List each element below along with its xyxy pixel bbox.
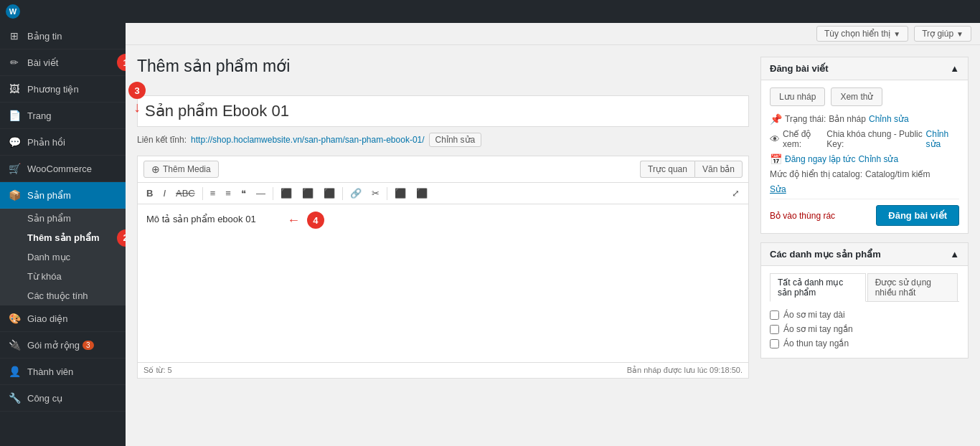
table-btn[interactable]: ⬛ [412,186,432,201]
italic-btn[interactable]: I [159,186,170,201]
link-btn[interactable]: 🔗 [346,186,366,201]
visibility-edit-link[interactable]: Chỉnh sửa [926,129,959,149]
sidebar-sub-add-product[interactable]: Thêm sản phẩm 2 [0,228,126,247]
annotation-2: 2 [117,229,126,247]
align-left-btn[interactable]: ⬛ [276,186,296,201]
bold-btn[interactable]: B [142,186,157,201]
page-title: Thêm sản phẩm mới [137,57,749,76]
sidebar-item-users[interactable]: 👤 Thành viên [0,359,126,385]
categories-panel: Các danh mục sản phẩm ▲ Tất cả danh mục … [760,242,969,359]
category-checkbox-2[interactable] [770,325,779,334]
autosave-info: Bản nháp được lưu lúc 09:18:50. [627,366,743,375]
sidebar-item-appearance[interactable]: 🎨 Giao diện [0,305,126,332]
visual-btn[interactable]: Trực quan [640,161,694,178]
sidebar-item-products[interactable]: 📦 Sản phẩm [0,182,126,209]
visibility-label: Chế độ xem: [783,129,824,149]
category-label-1: Áo sơ mi tay dài [783,310,845,320]
permalink-row: Liên kết tĩnh: http://shop.hoclamwebsite… [137,133,749,147]
permalink-edit-btn[interactable]: Chỉnh sửa [429,133,482,147]
display-options-btn[interactable]: Tùy chọn hiển thị ▼ [816,26,908,42]
arrow-left-4: ← [287,213,300,228]
strikethrough-btn[interactable]: ABC [171,186,199,201]
catalog-value: Catalog/tìm kiếm [865,169,930,179]
sidebar-sub-tags[interactable]: Từ khóa [0,267,126,286]
collapse-icon[interactable]: ▲ [950,63,959,74]
horizontal-rule-btn[interactable]: — [252,186,270,201]
insert-more-btn[interactable]: ⬛ [390,186,410,201]
sidebar-item-pages[interactable]: 📄 Trang [0,103,126,129]
publish-panel-body: Lưu nháp Xem thử 📌 Trạng thái: Bản nháp … [761,80,968,233]
category-checkbox-3[interactable] [770,339,779,348]
sidebar-sub-categories[interactable]: Danh mục [0,247,126,267]
permalink-url[interactable]: http://shop.hoclamwebsite.vn/san-pham/sa… [191,135,425,145]
visibility-icon: 👁 [770,133,780,145]
publish-panel-title: Đăng bài viết [770,63,829,74]
add-media-btn[interactable]: ⊕ Thêm Media [143,161,219,178]
categories-panel-header: Các danh mục sản phẩm ▲ [761,243,968,266]
status-row: 📌 Trạng thái: Bản nháp Chỉnh sửa [770,113,959,125]
align-right-btn[interactable]: ⬛ [319,186,339,201]
pages-icon: 📄 [7,108,22,123]
categories-panel-body: Tất cả danh mục sản phẩm Được sử dụng nh… [761,266,968,358]
sidebar-sub-menu: Sản phẩm Thêm sản phẩm 2 Danh mục Từ khó… [0,209,126,305]
sidebar-item-dashboard[interactable]: ⊞ Bảng tin [0,23,126,49]
unordered-list-btn[interactable]: ≡ [206,186,220,201]
word-count: Số từ: 5 [143,366,172,375]
sidebar-item-comments[interactable]: 💬 Phản hồi [0,129,126,156]
editor-body[interactable]: Mô tả sản phẩm ebook 01 ← 4 [138,204,748,362]
content-topbar: Tùy chọn hiển thị ▼ Trợ giúp ▼ [126,23,980,45]
editor-view-toggle: Trực quan Văn bản [640,161,743,178]
date-edit-link[interactable]: Chỉnh sửa [858,154,898,164]
category-item: Áo sơ mi tay ngắn [770,322,959,336]
product-name-input[interactable] [137,95,749,127]
sidebar-item-label: Phản hồi [27,137,65,148]
toolbar-sep-4 [387,187,387,200]
text-btn[interactable]: Văn bản [694,161,743,178]
category-label-2: Áo sơ mi tay ngắn [783,324,853,334]
permalink-label: Liên kết tĩnh: [137,135,187,145]
sidebar-item-woocommerce[interactable]: 🛒 WooCommerce [0,156,126,182]
date-label[interactable]: Đăng ngay lập tức [785,154,855,164]
editor-box: ⊕ Thêm Media Trực quan Văn bản B I ABC [137,156,749,379]
sidebar-item-media[interactable]: 🖼 Phương tiện [0,76,126,103]
users-icon: 👤 [7,364,22,379]
help-btn[interactable]: Trợ giúp ▼ [914,26,971,42]
align-center-btn[interactable]: ⬛ [298,186,318,201]
dashboard-icon: ⊞ [7,29,22,43]
sidebar-item-label: Bảng tin [27,31,62,42]
sidebar-item-label: Phương tiện [27,84,79,95]
category-item: Áo thun tay ngắn [770,336,959,351]
appearance-icon: 🎨 [7,311,22,326]
ordered-list-btn[interactable]: ≡ [221,186,235,201]
annotation-4: 4 [307,212,324,229]
save-draft-btn[interactable]: Lưu nháp [770,87,825,106]
sidebar-item-plugins[interactable]: 🔌 Gói mở rộng 3 [0,332,126,359]
sidebar-item-label: Trang [27,110,51,121]
catalog-label: Mức độ hiển thị catalog: [770,169,862,179]
annotation-1: 1 [117,54,126,71]
sidebar-item-tools[interactable]: 🔧 Công cụ [0,385,126,412]
publish-btn[interactable]: Đăng bài viết [876,205,959,226]
fullscreen-btn[interactable]: ⤢ [727,186,744,201]
category-checkbox-1[interactable] [770,310,779,320]
posts-icon: ✏ [7,55,22,70]
catalog-edit-link[interactable]: Sửa [770,184,786,194]
sidebar-sub-attributes[interactable]: Các thuộc tính [0,286,126,305]
publish-footer: Bỏ vào thùng rác Đăng bài viết [770,199,959,226]
category-item: Áo sơ mi tay dài [770,308,959,322]
sidebar-sub-all-products[interactable]: Sản phẩm [0,209,126,228]
editor-content: Mô tả sản phẩm ebook 01 [146,214,256,224]
editor-toolbar-top: ⊕ Thêm Media Trực quan Văn bản [138,156,748,183]
toolbar-sep-2 [273,187,273,200]
annotation4-container: Mô tả sản phẩm ebook 01 ← 4 [146,212,324,229]
unlink-btn[interactable]: ✂ [367,186,384,201]
blockquote-btn[interactable]: ❝ [237,186,250,201]
categories-collapse-icon[interactable]: ▲ [950,249,959,260]
status-edit-link[interactable]: Chỉnh sửa [869,114,909,124]
tab-popular-categories[interactable]: Được sử dụng nhiều nhất [867,273,958,301]
preview-btn[interactable]: Xem thử [831,87,882,106]
sidebar-item-posts[interactable]: ✏ Bài viết 1 [0,49,126,76]
tab-all-categories[interactable]: Tất cả danh mục sản phẩm [770,273,866,302]
trash-btn[interactable]: Bỏ vào thùng rác [770,211,835,221]
right-panel: Đăng bài viết ▲ Lưu nháp Xem thử 📌 Trạng… [760,57,969,379]
